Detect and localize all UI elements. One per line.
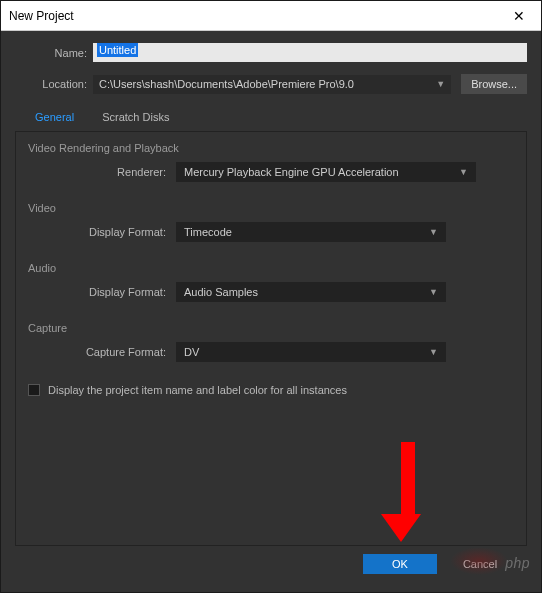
browse-button[interactable]: Browse... — [461, 74, 527, 94]
titlebar: New Project ✕ — [1, 1, 541, 31]
section-audio: Audio Display Format: Audio Samples ▼ — [26, 262, 516, 302]
general-panel: Video Rendering and Playback Renderer: M… — [15, 132, 527, 546]
name-label: Name: — [15, 47, 93, 59]
name-input[interactable]: Untitled — [93, 43, 527, 62]
location-value: C:\Users\shash\Documents\Adobe\Premiere … — [99, 78, 354, 90]
window-title: New Project — [9, 9, 505, 23]
close-icon[interactable]: ✕ — [505, 8, 533, 24]
name-value: Untitled — [97, 43, 138, 57]
location-label: Location: — [15, 78, 93, 90]
tab-general[interactable]: General — [21, 106, 88, 131]
audio-format-dropdown[interactable]: Audio Samples ▼ — [176, 282, 446, 302]
location-dropdown[interactable]: C:\Users\shash\Documents\Adobe\Premiere … — [93, 75, 451, 94]
chevron-down-icon: ▼ — [429, 287, 438, 297]
video-format-value: Timecode — [184, 226, 232, 238]
video-format-label: Display Format: — [26, 226, 176, 238]
location-row: Location: C:\Users\shash\Documents\Adobe… — [15, 74, 527, 94]
tab-bar: General Scratch Disks — [15, 106, 527, 132]
chevron-down-icon: ▼ — [436, 79, 445, 89]
tab-scratch-disks[interactable]: Scratch Disks — [88, 106, 183, 131]
section-video: Video Display Format: Timecode ▼ — [26, 202, 516, 242]
capture-format-value: DV — [184, 346, 199, 358]
new-project-dialog: New Project ✕ Name: Untitled Location: C… — [0, 0, 542, 593]
chevron-down-icon: ▼ — [429, 227, 438, 237]
section-title-video: Video — [26, 202, 516, 214]
display-name-checkbox-row[interactable]: Display the project item name and label … — [16, 382, 526, 398]
cancel-button[interactable]: Cancel — [443, 554, 517, 574]
checkbox-label: Display the project item name and label … — [48, 384, 347, 396]
section-title-audio: Audio — [26, 262, 516, 274]
capture-format-dropdown[interactable]: DV ▼ — [176, 342, 446, 362]
renderer-dropdown[interactable]: Mercury Playback Engine GPU Acceleration… — [176, 162, 476, 182]
section-title-capture: Capture — [26, 322, 516, 334]
audio-format-value: Audio Samples — [184, 286, 258, 298]
name-row: Name: Untitled — [15, 43, 527, 62]
video-format-dropdown[interactable]: Timecode ▼ — [176, 222, 446, 242]
renderer-value: Mercury Playback Engine GPU Acceleration — [184, 166, 399, 178]
checkbox-icon[interactable] — [28, 384, 40, 396]
audio-format-label: Display Format: — [26, 286, 176, 298]
section-capture: Capture Capture Format: DV ▼ — [26, 322, 516, 362]
capture-format-label: Capture Format: — [26, 346, 176, 358]
ok-button[interactable]: OK — [363, 554, 437, 574]
renderer-label: Renderer: — [26, 166, 176, 178]
chevron-down-icon: ▼ — [429, 347, 438, 357]
section-video-rendering: Video Rendering and Playback Renderer: M… — [26, 142, 516, 182]
dialog-footer: OK Cancel — [15, 546, 527, 584]
chevron-down-icon: ▼ — [459, 167, 468, 177]
section-title-render: Video Rendering and Playback — [26, 142, 516, 154]
dialog-body: Name: Untitled Location: C:\Users\shash\… — [1, 31, 541, 592]
